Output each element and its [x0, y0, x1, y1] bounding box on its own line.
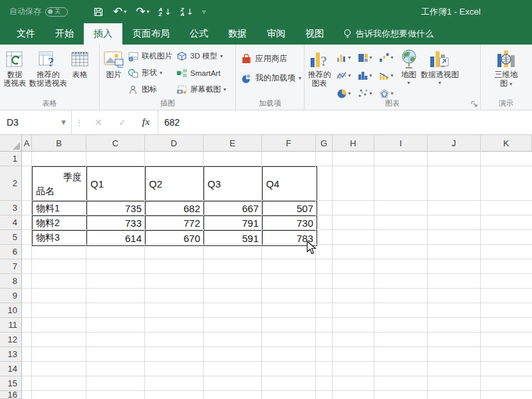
save-button[interactable] [93, 7, 104, 17]
material-name-cell[interactable]: 物料3 [33, 231, 87, 245]
column-header-F[interactable]: F [262, 135, 316, 152]
row-header-3[interactable]: 3 [0, 201, 22, 215]
row-header-14[interactable]: 14 [0, 362, 22, 376]
store-button[interactable]: 应用商店 [238, 52, 304, 66]
row-header-16[interactable]: 16 [0, 391, 22, 399]
pivottable-button[interactable]: 数据透视表 [2, 47, 28, 88]
value-cell[interactable]: 791 [204, 216, 263, 231]
group-label-tours: 演示 [481, 98, 531, 108]
value-cell[interactable]: 670 [146, 231, 204, 245]
tab-审阅[interactable]: 审阅 [257, 23, 295, 45]
treemap-chart-button[interactable]: ▾ [355, 49, 376, 66]
column-header-J[interactable]: J [428, 135, 481, 152]
my-addins-button[interactable]: 我的加载项 ▾ [238, 71, 304, 85]
value-cell[interactable]: 667 [204, 201, 263, 216]
table-button[interactable]: 表格 [68, 47, 91, 79]
value-cell[interactable]: 507 [263, 201, 317, 216]
column-header-A[interactable]: A [22, 135, 32, 152]
pictures-button[interactable]: 图片 [102, 47, 126, 79]
material-name-cell[interactable]: 物料2 [33, 216, 87, 231]
pivotchart-button[interactable]: 数据透视图 ▾ [420, 47, 461, 86]
combo-chart-button[interactable]: ▾ [376, 67, 397, 84]
row-header-5[interactable]: 5 [0, 230, 22, 245]
tab-文件[interactable]: 文件 [7, 23, 45, 45]
redo-button[interactable]: ↷▾ [136, 6, 149, 17]
recommended-pivottables-button[interactable]: ? 推荐的数据透视表 [28, 47, 69, 88]
column-header-G[interactable]: G [316, 135, 332, 152]
line-chart-button[interactable]: ▾ [334, 67, 354, 84]
screenshot-icon [176, 84, 188, 95]
customize-qat-button[interactable]: ▿ [202, 8, 205, 15]
tab-开始[interactable]: 开始 [45, 23, 84, 45]
screenshot-button[interactable]: 屏幕截图 ▾ [174, 81, 228, 98]
column-header-K[interactable]: K [481, 135, 532, 152]
row-header-8[interactable]: 8 [0, 274, 22, 289]
row-header-12[interactable]: 12 [0, 332, 22, 347]
column-header-D[interactable]: D [145, 135, 203, 152]
sort-descending-button[interactable]: ZA↓ [180, 7, 193, 17]
row-header-15[interactable]: 15 [0, 376, 22, 391]
select-all-button[interactable] [0, 135, 22, 152]
quarter-header-cell-Q2[interactable]: Q2 [146, 167, 204, 201]
worksheet-grid[interactable]: 季度品名Q1Q2Q3Q4物料1735682667507物料27337727917… [0, 135, 532, 399]
maps-button[interactable]: 地图 ▾ [398, 47, 420, 86]
histogram-chart-button[interactable]: ▾ [355, 67, 376, 84]
value-cell[interactable]: 730 [263, 216, 317, 231]
formula-input[interactable]: 682 [158, 110, 532, 134]
waterfall-chart-button[interactable]: ▾ [376, 49, 397, 66]
sort-ascending-button[interactable]: AZ↓ [159, 7, 172, 17]
name-box[interactable]: D3 ▼ [0, 110, 72, 134]
value-cell[interactable]: 614 [87, 231, 146, 245]
shapes-button[interactable]: 形状 ▾ [126, 65, 174, 81]
quarter-header-cell-Q1[interactable]: Q1 [87, 167, 146, 201]
row-header-9[interactable]: 9 [0, 289, 22, 303]
value-cell[interactable]: 735 [87, 201, 146, 216]
table-header-corner-cell[interactable]: 季度品名 [33, 167, 87, 201]
row-header-11[interactable]: 11 [0, 318, 22, 332]
autosave-toggle[interactable]: 自动保存 关 [9, 6, 68, 17]
value-cell[interactable]: 733 [87, 216, 146, 231]
value-cell[interactable]: 682 [146, 201, 204, 216]
tab-公式[interactable]: 公式 [180, 23, 218, 45]
tab-视图[interactable]: 视图 [295, 23, 334, 45]
row-header-10[interactable]: 10 [0, 303, 22, 318]
insert-function-button[interactable]: fx [134, 110, 158, 134]
column-chart-button[interactable]: ▾ [334, 49, 354, 66]
recommended-charts-button[interactable]: ? 推荐的图表 [307, 47, 332, 88]
value-cell[interactable]: 772 [146, 216, 204, 231]
column-header-C[interactable]: C [86, 135, 145, 152]
row-header-13[interactable]: 13 [0, 347, 22, 362]
cancel-button[interactable]: ✕ [86, 110, 110, 134]
tab-插入[interactable]: 插入 [84, 23, 122, 45]
row-header-2[interactable]: 2 [0, 166, 22, 201]
select-all-triangle-icon [13, 142, 20, 150]
quarter-header-cell-Q3[interactable]: Q3 [204, 167, 263, 201]
quick-access-toolbar: ↶▾ ↷▾ AZ↓ ZA↓ ▿ [93, 6, 205, 17]
3d-map-button[interactable]: 三维地 图 ▾ [493, 47, 519, 88]
row-header-4[interactable]: 4 [0, 215, 22, 230]
material-name-cell[interactable]: 物料1 [33, 201, 87, 216]
column-header-E[interactable]: E [203, 135, 262, 152]
quarter-header-cell-Q4[interactable]: Q4 [263, 167, 317, 201]
online-pictures-button[interactable]: 联机图片 [126, 48, 174, 65]
column-header-I[interactable]: I [374, 135, 428, 152]
row-header-1[interactable]: 1 [0, 152, 22, 166]
tab-页面布局[interactable]: 页面布局 [122, 23, 180, 45]
row-header-6[interactable]: 6 [0, 245, 22, 259]
tell-me-box[interactable]: 告诉我你想要做什么 [343, 23, 434, 45]
smartart-button[interactable]: SmartArt [174, 65, 228, 81]
undo-button[interactable]: ↶▾ [113, 6, 126, 17]
icons-button[interactable]: 图标 [126, 81, 174, 98]
value-cell[interactable]: 591 [204, 231, 263, 245]
gridline-vertical [315, 152, 316, 399]
row-header-7[interactable]: 7 [0, 259, 22, 274]
online-pictures-icon [128, 51, 139, 62]
combo-chart-caret-icon: ▾ [390, 72, 393, 78]
tab-数据[interactable]: 数据 [218, 23, 257, 45]
column-header-B[interactable]: B [32, 135, 86, 152]
customize-qat-icon: ▿ [202, 8, 205, 15]
enter-button[interactable]: ✓ [110, 110, 134, 134]
recommended-pivot-label: 推荐的 [29, 70, 68, 79]
column-header-H[interactable]: H [332, 135, 374, 152]
3d-models-button[interactable]: 3D 模型 ▾ [174, 48, 228, 65]
